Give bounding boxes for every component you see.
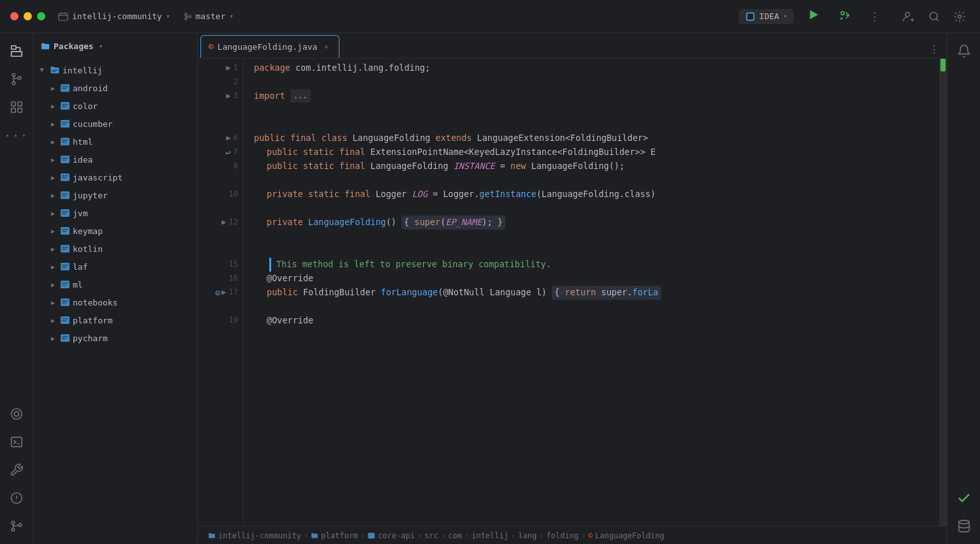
- activity-more-button[interactable]: ···: [4, 122, 29, 148]
- activity-modules-button[interactable]: [4, 94, 29, 120]
- sidebar-item-javascript[interactable]: ▶ javascript: [33, 168, 197, 186]
- code-line: package com.intellij.lang.folding;: [254, 61, 929, 75]
- sidebar-item-cucumber[interactable]: ▶ cucumber: [33, 115, 197, 133]
- sidebar-item-platform[interactable]: ▶ platform: [33, 311, 197, 329]
- svg-rect-53: [62, 213, 66, 214]
- sidebar-item-jvm[interactable]: ▶ jvm: [33, 204, 197, 222]
- problems-icon: [10, 491, 24, 505]
- svg-rect-20: [17, 108, 21, 112]
- maximize-button[interactable]: [37, 12, 45, 20]
- code-line: [254, 117, 929, 131]
- sidebar-item-laf[interactable]: ▶ laf: [33, 258, 197, 276]
- svg-rect-32: [62, 88, 66, 89]
- editor-area: © LanguageFolding.java × ⋮ ▶ 1 2 ▶ 3: [198, 33, 947, 544]
- breadcrumb-item-file[interactable]: © LanguageFolding: [588, 531, 664, 540]
- breadcrumb-label: src: [424, 531, 438, 540]
- tab-more-button[interactable]: ⋮: [924, 41, 944, 58]
- breadcrumb-separator: ›: [417, 531, 422, 540]
- svg-rect-55: [62, 229, 68, 230]
- run-button[interactable]: [801, 5, 826, 27]
- notifications-button[interactable]: [951, 38, 977, 64]
- breadcrumb-item-root[interactable]: intellij-community: [208, 531, 301, 540]
- close-button[interactable]: [10, 12, 19, 20]
- sidebar-item-notebooks[interactable]: ▶ notebooks: [33, 293, 197, 311]
- svg-rect-29: [52, 71, 56, 73]
- activity-vcs-button[interactable]: [4, 66, 29, 92]
- activity-run-widget[interactable]: [4, 401, 29, 427]
- idea-label: IDEA: [759, 11, 779, 21]
- pkg-icon: [60, 261, 70, 272]
- project-selector[interactable]: intellij-community ▾: [58, 11, 170, 22]
- breadcrumb-label: lang: [518, 531, 537, 540]
- sidebar-item-pycharm[interactable]: ▶ pycharm: [33, 329, 197, 347]
- breadcrumb-item-lang[interactable]: lang: [518, 531, 537, 540]
- check-icon: [956, 490, 972, 506]
- svg-rect-67: [62, 300, 68, 302]
- sidebar-item-ml[interactable]: ▶ ml: [33, 276, 197, 293]
- activity-terminal-button[interactable]: [4, 429, 29, 455]
- breadcrumb-separator: ›: [539, 531, 544, 540]
- sidebar-item-color[interactable]: ▶ color: [33, 97, 197, 115]
- settings-button[interactable]: [949, 6, 970, 27]
- search-everywhere-button[interactable]: [924, 6, 944, 27]
- breadcrumb-item-core-api[interactable]: core-api: [368, 531, 415, 540]
- activity-project-button[interactable]: [4, 38, 29, 64]
- database-button[interactable]: [951, 513, 977, 539]
- svg-point-9: [905, 12, 910, 17]
- checkmark-button[interactable]: [951, 485, 977, 511]
- sidebar-item-keymap[interactable]: ▶ keymap: [33, 222, 197, 240]
- tab-language-folding[interactable]: © LanguageFolding.java ×: [200, 35, 339, 58]
- activity-problems-button[interactable]: [4, 485, 29, 511]
- add-profile-button[interactable]: [898, 6, 919, 27]
- sidebar-item-intellij[interactable]: ▶ intellij: [33, 61, 197, 79]
- svg-point-76: [958, 520, 969, 524]
- gutter-line: 10: [198, 187, 243, 202]
- sidebar-item-android[interactable]: ▶ android: [33, 79, 197, 97]
- breadcrumb-separator: ›: [360, 531, 365, 540]
- idea-chevron: ▾: [783, 12, 787, 20]
- breadcrumb: intellij-community › platform › core-api…: [198, 526, 947, 544]
- activity-build-button[interactable]: [4, 457, 29, 483]
- more-actions-button[interactable]: ⋮: [864, 7, 886, 26]
- code-content[interactable]: package com.intellij.lang.folding; impor…: [244, 59, 939, 526]
- main-layout: ···: [0, 33, 980, 544]
- breadcrumb-item-com[interactable]: com: [448, 531, 462, 540]
- svg-rect-61: [62, 265, 68, 266]
- svg-rect-50: [62, 195, 66, 196]
- gutter-line: 8: [198, 159, 243, 173]
- activity-git-button[interactable]: [4, 513, 29, 539]
- sidebar-tree: ▶ intellij ▶ android ▶: [33, 59, 197, 544]
- expand-arrow: ▶: [48, 119, 57, 128]
- database-icon: [957, 519, 971, 533]
- debug-button[interactable]: [833, 6, 856, 27]
- branch-selector[interactable]: master ▾: [183, 11, 234, 21]
- tree-item-label: intellij: [63, 66, 103, 75]
- run-icon: [806, 8, 820, 22]
- svg-point-25: [11, 521, 15, 524]
- sidebar-item-kotlin[interactable]: ▶ kotlin: [33, 240, 197, 258]
- expand-arrow: ▶: [48, 262, 57, 271]
- breadcrumb-item-intellij[interactable]: intellij: [471, 531, 509, 540]
- sidebar-item-idea[interactable]: ▶ idea: [33, 151, 197, 168]
- tree-item-label: cucumber: [73, 119, 113, 129]
- pkg-icon: [60, 208, 70, 218]
- svg-rect-49: [62, 193, 68, 195]
- pkg-icon: [60, 154, 70, 165]
- breadcrumb-item-folding[interactable]: folding: [546, 531, 579, 540]
- sidebar-item-jupyter[interactable]: ▶ jupyter: [33, 186, 197, 204]
- idea-selector[interactable]: IDEA ▾: [739, 9, 794, 24]
- svg-point-8: [840, 17, 842, 19]
- breadcrumb-separator: ›: [304, 531, 308, 540]
- tab-close-button[interactable]: ×: [321, 41, 331, 52]
- breadcrumb-item-platform[interactable]: platform: [311, 531, 358, 540]
- expand-arrow: ▶: [48, 137, 57, 146]
- gutter-line: ▶ 6: [198, 131, 243, 145]
- git-icon: [10, 519, 24, 533]
- breadcrumb-item-src[interactable]: src: [424, 531, 438, 540]
- sidebar-title: Packages: [54, 41, 94, 51]
- tree-item-label: laf: [73, 262, 87, 272]
- sidebar-item-html[interactable]: ▶ html: [33, 133, 197, 151]
- code-line: [254, 230, 929, 244]
- minimize-button[interactable]: [24, 12, 32, 20]
- editor-scrollbar[interactable]: [939, 59, 947, 526]
